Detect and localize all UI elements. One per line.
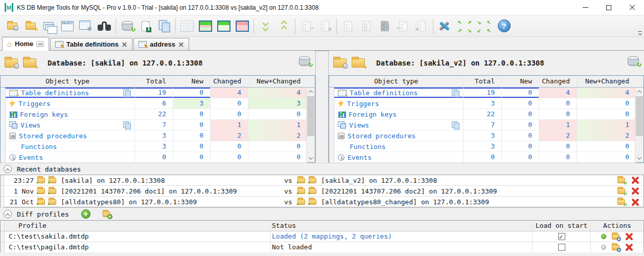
object-type-label[interactable]: Table definitions xyxy=(350,89,418,97)
close-tab-icon[interactable] xyxy=(122,41,127,47)
refresh-database-icon[interactable] xyxy=(628,56,639,66)
open-database-folder-icon[interactable] xyxy=(333,58,347,68)
open-right-database-icon[interactable]: ▸ xyxy=(297,188,305,194)
previous-difference-button[interactable] xyxy=(274,17,293,35)
column-total[interactable]: Total xyxy=(463,76,501,87)
toolbar-overflow-button[interactable] xyxy=(637,31,642,35)
object-type-row[interactable]: Triggers 3 0 0 0 xyxy=(329,98,636,109)
column-status[interactable]: Status xyxy=(270,221,532,231)
show-changed-filter-button[interactable] xyxy=(233,17,251,35)
object-type-row[interactable]: Events 0 0 0 0 xyxy=(329,152,636,163)
object-type-row[interactable]: Views 7 0 1 1 xyxy=(329,120,636,131)
column-profile[interactable]: Profile xyxy=(5,221,270,231)
object-type-row[interactable]: Functions 3 0 0 0 xyxy=(1,141,307,152)
tools-button[interactable] xyxy=(435,17,454,35)
right-scrollbar[interactable] xyxy=(635,88,643,162)
column-new-changed[interactable]: New+Changed xyxy=(248,76,307,87)
open-left-database-icon[interactable]: ▸ xyxy=(37,178,45,183)
remove-recent-icon[interactable] xyxy=(631,198,639,206)
close-button[interactable] xyxy=(620,0,644,15)
open-left-database-icon[interactable]: ▸ xyxy=(37,188,45,194)
columns-list-icon[interactable] xyxy=(123,121,130,129)
folder-star-icon[interactable]: ★ xyxy=(352,58,365,68)
object-type-row[interactable]: Events 0 0 0 0 xyxy=(1,152,307,163)
object-type-label[interactable]: Foreign keys xyxy=(20,111,68,118)
show-new-filter-button[interactable] xyxy=(196,17,215,35)
scroll-up-button[interactable] xyxy=(307,88,315,96)
tab-table-definitions[interactable]: Table definitions xyxy=(50,38,132,50)
object-type-row[interactable]: Functions 3 0 0 0 xyxy=(329,141,636,152)
load-on-start-checkbox[interactable] xyxy=(558,233,565,240)
minimize-button[interactable] xyxy=(573,0,597,15)
reopen-comparison-icon[interactable]: ↓↑ xyxy=(617,199,625,205)
invert-checked-button[interactable]: ✓✓ xyxy=(376,17,394,35)
object-type-row[interactable]: Views 7 0 1 1 xyxy=(1,120,307,131)
recent-database-row[interactable]: 23:27 ▸ ▸ [sakila] on 127.0.0.1:3308 vs … xyxy=(1,175,643,186)
scrollbar-thumb[interactable] xyxy=(307,96,314,136)
column-object-type[interactable]: Object type xyxy=(1,76,134,87)
load-on-start-checkbox[interactable] xyxy=(558,244,565,251)
object-type-row[interactable]: Foreign keys 22 0 0 0 xyxy=(1,109,307,120)
recent-database-row[interactable]: 21 Oct ▸ ▸ [alldatatypes80] on 127.0.0.1… xyxy=(1,197,643,207)
open-right-database-icon[interactable]: ▸ xyxy=(297,199,305,205)
refresh-database-icon[interactable] xyxy=(299,56,310,66)
profile-row[interactable]: C:\test\pagila.dmtdp Not loaded xyxy=(1,242,643,253)
show-unchanged-filter-button[interactable] xyxy=(178,17,196,35)
refresh-databases-button[interactable] xyxy=(118,17,136,35)
column-object-type[interactable]: Object type xyxy=(329,76,463,87)
reopen-comparison-icon[interactable]: ↓↑ xyxy=(617,178,625,183)
scroll-up-button[interactable] xyxy=(635,88,643,96)
columns-list-icon[interactable] xyxy=(123,89,130,97)
object-type-row[interactable]: Table definitions 19 0 4 4 xyxy=(329,88,636,98)
object-type-label[interactable]: Functions xyxy=(350,143,385,151)
profile-row[interactable]: C:\test\sakila.dmtdp Loaded (2 mappings,… xyxy=(1,231,643,242)
open-right-folder-icon[interactable]: ▸ xyxy=(309,199,316,205)
columns-list-icon[interactable] xyxy=(452,121,459,129)
browse-profile-icon[interactable] xyxy=(612,245,619,250)
column-new-changed[interactable]: New+Changed xyxy=(577,76,636,87)
open-profile-folder-icon[interactable]: + xyxy=(103,211,110,217)
table-definitions-button[interactable] xyxy=(40,17,58,35)
select-queries-button[interactable]: SELECT xyxy=(58,17,77,35)
check-all-button[interactable]: ✓✓ xyxy=(339,17,357,35)
close-tab-icon[interactable] xyxy=(178,41,184,47)
collapse-recent-icon[interactable] xyxy=(4,165,12,173)
scroll-down-button[interactable] xyxy=(307,154,315,162)
remove-recent-icon[interactable] xyxy=(631,187,639,195)
column-total[interactable]: Total xyxy=(134,76,173,87)
scrollbar-thumb[interactable] xyxy=(636,96,643,136)
object-type-label[interactable]: Events xyxy=(19,154,43,161)
close-all-tabs-icon[interactable]: ×× xyxy=(36,41,44,47)
open-right-folder-icon[interactable]: ▸ xyxy=(309,178,316,183)
object-type-row[interactable]: Foreign keys 22 0 0 0 xyxy=(329,109,636,120)
open-left-database-icon[interactable]: ▸ xyxy=(37,199,45,205)
column-changed[interactable]: Changed xyxy=(539,76,577,87)
object-type-row[interactable]: Table definitions 19 0 4 4 xyxy=(1,88,307,98)
copy-button[interactable] xyxy=(155,17,173,35)
tab-home[interactable]: ⌂ Home ×× xyxy=(2,37,49,51)
search-button[interactable] xyxy=(95,17,113,35)
object-type-label[interactable]: Views xyxy=(349,121,369,129)
export-excel-button[interactable]: X xyxy=(136,17,155,35)
open-right-folder-icon[interactable]: ▸ xyxy=(309,188,316,194)
object-type-label[interactable]: Events xyxy=(348,154,372,161)
open-left-folder-icon[interactable]: ▸ xyxy=(49,188,56,194)
open-database-folder-button[interactable] xyxy=(3,17,21,35)
uncheck-all-button[interactable] xyxy=(357,17,376,35)
show-new-changed-filter-button[interactable] xyxy=(215,17,233,35)
left-scrollbar[interactable] xyxy=(306,88,315,162)
folder-star-icon[interactable]: ★ xyxy=(23,58,36,68)
remove-recent-icon[interactable] xyxy=(631,176,639,184)
remove-profile-icon[interactable] xyxy=(625,243,633,251)
column-new[interactable]: New xyxy=(173,76,210,87)
column-changed[interactable]: Changed xyxy=(210,76,248,87)
column-new[interactable]: New xyxy=(501,76,539,87)
reopen-comparison-icon[interactable]: ↓↑ xyxy=(617,188,625,194)
object-type-label[interactable]: Functions xyxy=(21,143,57,151)
next-difference-button[interactable] xyxy=(256,17,274,35)
object-type-row[interactable]: Triggers 6 3 0 3 xyxy=(1,98,307,109)
maximize-button[interactable] xyxy=(597,0,620,15)
remove-profile-icon[interactable] xyxy=(625,232,633,241)
apply-checked-right-button[interactable]: ✓✓→ xyxy=(297,17,316,35)
object-type-label[interactable]: Triggers xyxy=(347,100,379,108)
